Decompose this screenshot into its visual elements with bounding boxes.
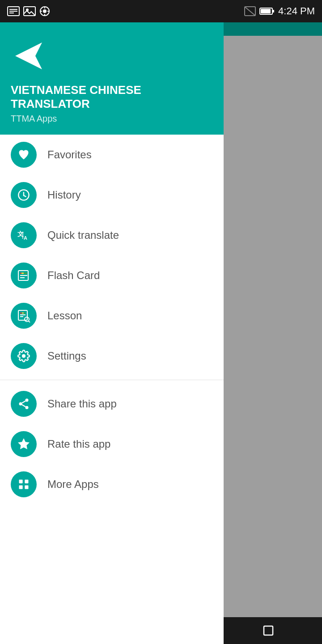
svg-line-21 [24,196,26,197]
svg-marker-18 [15,42,42,69]
svg-marker-47 [18,439,29,449]
svg-rect-49 [25,480,28,483]
lesson-icon-circle [11,303,37,329]
no-sim-icon [244,6,256,16]
menu-item-share[interactable]: Share this app [0,384,224,424]
svg-line-46 [22,401,25,403]
app-logo [11,36,51,76]
svg-point-41 [22,354,25,358]
battery-icon [259,7,275,15]
drawer-header: VIETNAMESE CHINESE TRANSLATOR TTMA Apps [0,22,224,135]
svg-point-42 [25,399,29,402]
favorites-label: Favorites [47,148,92,161]
settings-status-icon [39,6,50,17]
menu-item-settings[interactable]: Settings [0,336,224,376]
svg-line-40 [29,321,30,323]
clock-icon [17,189,30,201]
status-bar-right: 4:24 PM [244,5,315,17]
lesson-icon [17,309,30,322]
flash-card-icon-circle [11,263,37,288]
status-bar-left [7,6,50,17]
menu-item-flash-card[interactable]: Flash Card [0,255,224,296]
svg-point-43 [19,402,22,406]
document-icon [7,6,20,16]
navigation-drawer: VIETNAMESE CHINESE TRANSLATOR TTMA Apps … [0,22,224,644]
lesson-label: Lesson [47,309,82,322]
more-apps-label: More Apps [47,478,99,491]
recent-apps-icon [263,625,274,636]
menu-item-rate[interactable]: Rate this app [0,424,224,464]
flash-card-label: Flash Card [47,269,100,282]
share-label: Share this app [47,398,117,410]
svg-rect-48 [19,480,23,483]
share-icon-circle [11,391,37,417]
svg-rect-15 [261,9,271,13]
svg-rect-50 [19,486,23,489]
flashcard-icon [17,269,30,282]
menu-item-favorites[interactable]: Favorites [0,135,224,175]
rate-icon-circle [11,431,37,457]
quick-translate-icon-circle: 文 A [11,222,37,248]
svg-rect-54 [264,626,273,635]
drawer-app-title: VIETNAMESE CHINESE TRANSLATOR [11,83,213,111]
svg-rect-51 [25,486,28,489]
translate-icon: 文 A [17,228,31,242]
settings-label: Settings [47,350,86,362]
share-icon [17,398,30,410]
settings-icon-circle [11,343,37,369]
favorites-icon-circle [11,142,37,168]
more-apps-icon-circle [11,471,37,497]
image-icon [23,6,36,16]
status-bar: 4:24 PM [0,0,322,22]
status-time: 4:24 PM [278,5,315,17]
heart-icon [17,148,30,161]
quick-translate-label: Quick translate [47,229,119,242]
history-icon-circle [11,182,37,208]
menu-item-quick-translate[interactable]: 文 A Quick translate [0,215,224,255]
svg-line-45 [22,405,25,407]
menu-item-more-apps[interactable]: More Apps [0,464,224,504]
menu-item-history[interactable]: History [0,175,224,215]
svg-rect-16 [273,10,274,13]
gear-icon [17,350,30,362]
rate-label: Rate this app [47,438,110,450]
star-icon [17,438,30,450]
menu-item-lesson[interactable]: Lesson [0,296,224,336]
drawer-menu: Favorites History 文 A Quick [0,135,224,644]
drawer-developer: TTMA Apps [11,114,213,124]
history-label: History [47,189,81,201]
svg-text:A: A [24,235,27,241]
menu-divider [0,380,224,380]
svg-point-7 [43,9,47,13]
grid-icon [17,478,30,491]
svg-point-44 [25,406,29,409]
recent-apps-button[interactable] [255,617,282,644]
svg-line-13 [245,7,255,16]
